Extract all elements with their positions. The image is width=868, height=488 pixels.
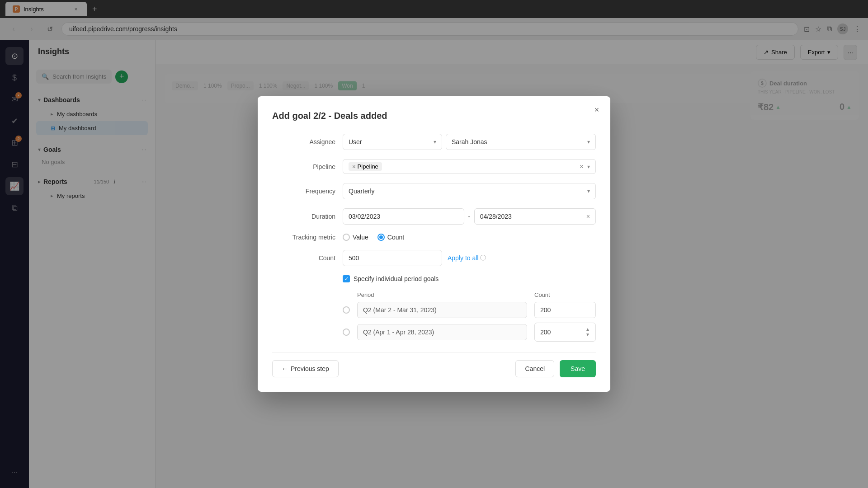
assignee-label: Assignee [272, 138, 335, 145]
tracking-metric-control: Value Count [343, 234, 596, 241]
period-col-header: Period [357, 291, 527, 298]
frequency-value: Quarterly [349, 188, 375, 195]
assignee-name-arrow: ▾ [587, 139, 590, 145]
assignee-name-select[interactable]: Sarah Jonas ▾ [446, 134, 596, 150]
frequency-control: Quarterly ▾ [343, 183, 596, 199]
arrow-left-icon: ← [282, 365, 288, 372]
assignee-type-select[interactable]: User ▾ [343, 134, 442, 150]
assignee-type-value: User [349, 138, 362, 145]
specify-periods-label: Specify individual period goals [354, 275, 439, 282]
radio-value-option[interactable]: Value [343, 234, 368, 241]
duration-row: Duration - 04/28/2023 × [272, 208, 596, 225]
period-radio-1[interactable] [343, 306, 350, 314]
count-col-header: Count [534, 291, 596, 298]
frequency-label: Frequency [272, 188, 335, 195]
tracking-metric-row: Tracking metric Value Count [272, 234, 596, 241]
cancel-button[interactable]: Cancel [515, 360, 554, 377]
assignee-control: User ▾ Sarah Jonas ▾ [343, 134, 596, 150]
modal-title: Add goal 2/2 - Deals added [272, 111, 596, 121]
radio-value-circle [343, 234, 350, 241]
prev-step-label: Previous step [291, 365, 329, 372]
count-row-inner: Apply to all ⓘ [343, 250, 596, 266]
count-input[interactable] [343, 250, 442, 266]
pipeline-tag-label: Pipeline [358, 163, 378, 170]
period-table: Period Count 200 200 ▲ ▼ [343, 291, 596, 342]
modal-footer: ← Previous step Cancel Save [272, 352, 596, 377]
radio-count-label: Count [387, 234, 404, 241]
period-row-2: 200 ▲ ▼ [343, 323, 596, 342]
add-goal-modal: Add goal 2/2 - Deals added × Assignee Us… [258, 96, 610, 392]
specify-periods-checkbox[interactable] [343, 275, 350, 282]
pipeline-field[interactable]: × Pipeline × ▾ [343, 159, 596, 174]
tracking-metric-label: Tracking metric [272, 234, 335, 241]
stepper-down-icon[interactable]: ▼ [585, 333, 590, 337]
period-stepper-2: ▲ ▼ [585, 327, 590, 337]
prev-step-button[interactable]: ← Previous step [272, 360, 339, 377]
frequency-row: Frequency Quarterly ▾ [272, 183, 596, 199]
pipeline-label: Pipeline [272, 163, 335, 170]
pipeline-remove-icon[interactable]: × [352, 163, 356, 170]
duration-end-value: 04/28/2023 [480, 213, 512, 220]
duration-start-input[interactable] [343, 208, 464, 225]
pipeline-arrow-icon[interactable]: ▾ [587, 164, 590, 170]
period-count-2-value: 200 [540, 328, 551, 336]
modal-close-btn[interactable]: × [590, 103, 603, 116]
period-radio-2[interactable] [343, 328, 350, 336]
pipeline-tag: × Pipeline [349, 162, 382, 171]
stepper-up-icon[interactable]: ▲ [585, 327, 590, 332]
count-row: Count Apply to all ⓘ [272, 250, 596, 266]
radio-group: Value Count [343, 234, 596, 241]
count-label: Count [272, 254, 335, 262]
duration-end-clear-btn[interactable]: × [586, 213, 590, 220]
period-input-2[interactable] [357, 324, 527, 340]
period-table-header: Period Count [343, 291, 596, 298]
period-row-1: 200 [343, 302, 596, 318]
radio-count-circle [377, 234, 385, 241]
duration-label: Duration [272, 213, 335, 220]
duration-end-field[interactable]: 04/28/2023 × [474, 208, 596, 225]
radio-value-label: Value [353, 234, 368, 241]
pipeline-row: Pipeline × Pipeline × ▾ [272, 159, 596, 174]
pipeline-clear-btn[interactable]: × [580, 163, 584, 171]
apply-to-all-btn[interactable]: Apply to all ⓘ [448, 254, 486, 262]
specify-periods-row: Specify individual period goals [343, 275, 596, 282]
save-button[interactable]: Save [560, 360, 596, 377]
frequency-arrow-icon: ▾ [587, 188, 590, 194]
assignee-type-arrow: ▾ [434, 139, 436, 145]
period-count-1[interactable]: 200 [534, 302, 596, 318]
apply-info-icon: ⓘ [480, 254, 486, 262]
duration-group: - 04/28/2023 × [343, 208, 596, 225]
apply-to-all-label: Apply to all [448, 254, 478, 262]
period-radio-spacer [343, 291, 350, 298]
pipeline-control: × Pipeline × ▾ [343, 159, 596, 174]
assignee-name-value: Sarah Jonas [452, 138, 487, 145]
modal-overlay: Add goal 2/2 - Deals added × Assignee Us… [0, 0, 868, 488]
footer-right-actions: Cancel Save [515, 360, 596, 377]
assignee-row: Assignee User ▾ Sarah Jonas ▾ [272, 134, 596, 150]
duration-separator: - [468, 212, 470, 221]
frequency-select[interactable]: Quarterly ▾ [343, 183, 596, 199]
period-count-2[interactable]: 200 ▲ ▼ [534, 323, 596, 342]
period-input-1[interactable] [357, 302, 527, 318]
radio-count-option[interactable]: Count [377, 234, 404, 241]
count-control: Apply to all ⓘ [343, 250, 596, 266]
duration-control: - 04/28/2023 × [343, 208, 596, 225]
